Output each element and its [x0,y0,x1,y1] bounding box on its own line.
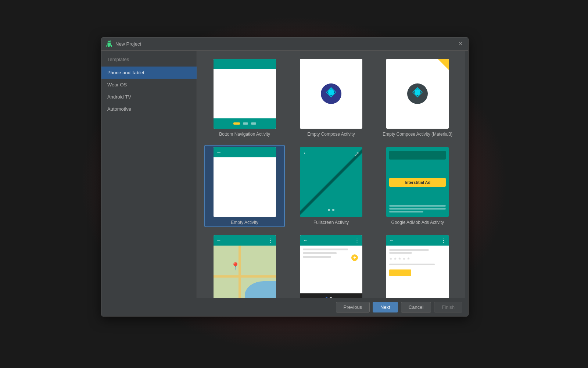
compose-m3-logo [406,82,429,106]
gpay-line-1 [303,249,348,250]
sidebar: Templates Phone and Tablet Wear OS Andro… [101,51,197,298]
admob-line-3 [389,211,423,212]
sidebar-item-wear-os[interactable]: Wear OS [101,79,197,91]
template-thumb-empty-compose [300,59,362,129]
main-content: Bottom Navigation Activity Emp [197,51,465,298]
dialog-body: Templates Phone and Tablet Wear OS Andro… [101,51,468,298]
thumb-content [214,69,276,118]
title-bar-left: New Project [106,40,141,47]
template-label-bottom-nav: Bottom Navigation Activity [219,132,270,137]
template-card-admob[interactable]: Interstitial Ad Google AdMob Ads Activit… [377,145,458,227]
template-thumb-fullscreen: ← ⤢ [300,147,362,217]
admob-line-2 [389,208,446,210]
thumb-bottom-bar [214,118,276,129]
thumb-dot-2 [251,122,256,125]
thumb-gpay-bar: G Pay [300,293,362,298]
thumb-empty-content [214,157,276,217]
template-thumb-admob: Interstitial Ad [386,147,449,217]
gpay-line-3 [303,256,331,258]
template-thumb-bottom-nav [214,59,276,129]
thumb-dot-active [233,122,240,125]
previous-button[interactable]: Previous [336,302,370,312]
template-label-admob: Google AdMob Ads Activity [391,220,444,225]
dot-1 [328,209,330,211]
template-label-empty-compose-m3: Empty Compose Activity (Material3) [383,132,452,137]
thumb-admob-lines [389,205,446,214]
settings-line-1 [389,249,429,251]
template-label-empty-compose: Empty Compose Activity [307,132,355,137]
template-card-empty-activity[interactable]: ← Empty Activity [204,145,285,227]
template-card-empty-compose-m3[interactable]: Empty Compose Activity (Material3) [377,57,458,139]
template-card-maps[interactable]: ← ⋮ 📍 Google Maps Activity [204,233,285,298]
thumb-dot-1 [243,122,248,125]
map-pin: 📍 [231,262,240,271]
template-card-fullscreen[interactable]: ← ⤢ Fullscreen Activity [291,145,371,227]
settings-line-3 [389,264,434,265]
template-card-settings[interactable]: ← ⋮ ★ ★ ★ ★ ★ [377,233,458,298]
title-bar: New Project × [101,37,468,51]
template-thumb-settings: ← ⋮ ★ ★ ★ ★ ★ [386,235,449,298]
finish-button[interactable]: Finish [434,302,462,312]
thumb-settings-content: ★ ★ ★ ★ ★ [386,246,449,298]
svg-point-1 [328,89,334,95]
thumb-gpay-content [300,246,362,293]
thumb-gpay-top-bar: ← ⋮ [300,235,362,246]
sidebar-item-android-tv[interactable]: Android TV [101,91,197,103]
template-thumb-gpay: ← ⋮ + G [300,235,362,298]
compose-logo [319,82,343,106]
close-button[interactable]: × [458,40,464,47]
settings-action-btn [389,269,411,276]
thumb-settings-top-bar: ← ⋮ [386,235,449,246]
template-label-empty-activity: Empty Activity [231,220,258,225]
android-icon [106,40,112,47]
new-project-dialog: New Project × Templates Phone and Tablet… [101,37,469,317]
template-card-bottom-nav[interactable]: Bottom Navigation Activity [204,57,285,139]
thumb-admob-ad-box: Interstitial Ad [389,178,446,187]
template-thumb-empty-compose-m3 [386,59,449,129]
thumb-top-bar [214,59,276,69]
thumb-diagonal [300,147,362,217]
template-label-fullscreen: Fullscreen Activity [313,220,349,225]
sidebar-item-automotive[interactable]: Automotive [101,103,197,115]
map-water [245,281,276,298]
dialog-title: New Project [115,41,141,47]
templates-grid: Bottom Navigation Activity Emp [197,51,465,298]
settings-stars: ★ ★ ★ ★ ★ [389,257,446,261]
thumb-maps-top-bar: ← ⋮ [214,235,276,246]
thumb-empty-top-bar: ← [214,147,276,157]
thumb-admob-top-bar [389,151,446,160]
sidebar-header: Templates [101,54,197,67]
next-button[interactable]: Next [373,302,398,312]
dialog-footer: Previous Next Cancel Finish [101,298,468,316]
sidebar-item-phone-tablet[interactable]: Phone and Tablet [101,67,197,79]
template-thumb-empty-activity: ← [214,147,276,217]
thumb-gpay-fab: + [351,254,358,261]
thumb-dots-row [300,209,362,211]
scrollbar[interactable] [465,51,468,298]
settings-line-2 [389,252,412,254]
map-road-v [239,246,241,298]
template-card-empty-compose[interactable]: Empty Compose Activity [291,57,371,139]
material3-badge [438,59,449,70]
template-thumb-maps: ← ⋮ 📍 [214,235,276,298]
map-road-h [214,275,276,278]
dot-2 [332,209,334,211]
thumb-map-area: 📍 [214,246,276,298]
admob-line-1 [389,205,446,207]
gpay-line-2 [303,252,337,254]
cancel-button[interactable]: Cancel [401,302,431,312]
gpay-bar-label: G Pay [325,297,337,298]
svg-point-3 [415,89,420,95]
template-card-gpay[interactable]: ← ⋮ + G [291,233,371,298]
